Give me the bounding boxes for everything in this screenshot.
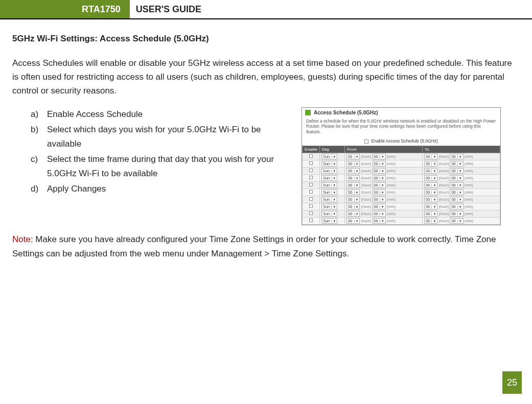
min-select[interactable]: 00▼ (450, 175, 463, 181)
min-select[interactable]: 00▼ (373, 182, 386, 188)
hour-select[interactable]: 00▼ (424, 189, 437, 195)
hour-select[interactable]: 00▼ (346, 204, 360, 209)
hour-label: (hour) (438, 154, 449, 159)
hour-select[interactable]: 00▼ (424, 175, 437, 181)
min-select[interactable]: 00▼ (450, 161, 463, 167)
chevron-down-icon: ▼ (380, 212, 384, 216)
min-label: (min) (465, 169, 473, 173)
hour-select[interactable]: 00▼ (424, 204, 437, 209)
row-from-cell: 00▼(hour)00▼(min) (345, 160, 423, 168)
row-enable-checkbox[interactable] (309, 204, 313, 208)
hour-label: (hour) (361, 183, 371, 187)
min-select[interactable]: 00▼ (450, 168, 463, 174)
day-select[interactable]: Sun▼ (321, 182, 337, 188)
chevron-down-icon: ▼ (354, 205, 359, 208)
hour-select[interactable]: 00▼ (346, 175, 360, 181)
row-to-cell: 00▼(hour)00▼(min) (423, 153, 500, 160)
row-from-cell: 00▼(hour)00▼(min) (345, 189, 423, 196)
day-select[interactable]: Sun▼ (321, 204, 337, 209)
hour-label: (hour) (438, 211, 449, 216)
note-label: Note: (12, 234, 33, 244)
row-from-cell: 00▼(hour)00▼(min) (345, 153, 423, 160)
row-day-cell: Sun▼ (319, 196, 344, 203)
day-select[interactable]: Sun▼ (321, 168, 337, 174)
chevron-down-icon: ▼ (380, 191, 384, 194)
chevron-down-icon: ▼ (380, 170, 384, 173)
min-select[interactable]: 00▼ (373, 154, 386, 159)
chevron-down-icon: ▼ (331, 162, 336, 165)
row-enable-checkbox[interactable] (309, 154, 313, 158)
min-select[interactable]: 00▼ (373, 175, 386, 181)
chevron-down-icon: ▼ (354, 220, 359, 223)
hour-select[interactable]: 00▼ (346, 189, 360, 195)
min-select[interactable]: 00▼ (373, 168, 386, 174)
min-select[interactable]: 00▼ (373, 189, 386, 195)
screenshot-title: Access Schedule (5.0GHz) (314, 110, 378, 115)
hour-select[interactable]: 00▼ (424, 211, 437, 217)
day-select[interactable]: Sun▼ (321, 197, 337, 202)
chevron-down-icon: ▼ (457, 170, 462, 173)
min-select[interactable]: 00▼ (450, 189, 463, 195)
hour-select[interactable]: 00▼ (424, 218, 437, 224)
hour-label: (hour) (361, 197, 371, 202)
chevron-down-icon: ▼ (431, 205, 436, 208)
min-select[interactable]: 00▼ (373, 211, 386, 217)
min-select[interactable]: 00▼ (373, 197, 386, 202)
row-enable-checkbox[interactable] (309, 169, 313, 172)
min-label: (min) (465, 154, 473, 159)
row-enable-checkbox[interactable] (309, 183, 313, 186)
hour-label: (hour) (361, 161, 371, 166)
row-from-cell: 00▼(hour)00▼(min) (345, 203, 423, 210)
min-select[interactable]: 00▼ (373, 218, 386, 224)
hour-select[interactable]: 00▼ (346, 197, 360, 202)
row-enable-checkbox[interactable] (309, 161, 313, 165)
hour-select[interactable]: 00▼ (424, 154, 437, 159)
hour-select[interactable]: 00▼ (346, 218, 360, 224)
hour-select[interactable]: 00▼ (424, 197, 437, 202)
min-select[interactable]: 00▼ (373, 161, 386, 167)
min-select[interactable]: 00▼ (450, 211, 463, 217)
row-enable-checkbox[interactable] (309, 197, 313, 201)
row-enable-cell (303, 210, 320, 218)
day-select[interactable]: Sun▼ (321, 218, 337, 224)
hour-select[interactable]: 00▼ (346, 182, 360, 188)
min-select[interactable]: 00▼ (450, 182, 463, 188)
min-select[interactable]: 00▼ (450, 204, 463, 209)
day-select[interactable]: Sun▼ (321, 161, 337, 167)
chevron-down-icon: ▼ (331, 191, 336, 194)
hour-select[interactable]: 00▼ (346, 211, 360, 217)
page-number-badge: 25 (502, 371, 522, 394)
day-select[interactable]: Sun▼ (321, 189, 337, 195)
enable-checkbox[interactable] (364, 139, 368, 144)
hour-label: (hour) (361, 219, 371, 223)
min-label: (min) (387, 154, 396, 159)
chevron-down-icon: ▼ (457, 205, 462, 208)
day-select[interactable]: Sun▼ (321, 154, 337, 159)
hour-select[interactable]: 00▼ (424, 168, 437, 174)
step-b: Select which days you wish for your 5.0G… (31, 123, 297, 151)
row-enable-checkbox[interactable] (309, 176, 313, 179)
chevron-down-icon: ▼ (354, 184, 359, 187)
min-select[interactable]: 00▼ (373, 204, 386, 209)
row-day-cell: Sun▼ (319, 218, 344, 225)
hour-select[interactable]: 00▼ (346, 154, 360, 159)
chevron-down-icon: ▼ (431, 220, 436, 223)
chevron-down-icon: ▼ (354, 191, 359, 194)
hour-select[interactable]: 00▼ (346, 161, 360, 167)
day-select[interactable]: Sun▼ (321, 175, 337, 181)
hour-label: (hour) (438, 190, 449, 195)
min-select[interactable]: 00▼ (450, 154, 463, 159)
hour-select[interactable]: 00▼ (424, 161, 437, 167)
row-enable-checkbox[interactable] (309, 219, 313, 222)
hour-select[interactable]: 00▼ (424, 182, 437, 188)
day-select[interactable]: Sun▼ (321, 211, 337, 217)
min-select[interactable]: 00▼ (450, 218, 463, 224)
row-enable-checkbox[interactable] (309, 190, 313, 194)
row-enable-checkbox[interactable] (309, 211, 313, 215)
hour-select[interactable]: 00▼ (346, 168, 360, 174)
page-content: 5GHz Wi-Fi Settings: Access Schedule (5.… (0, 19, 532, 260)
min-select[interactable]: 00▼ (450, 197, 463, 202)
min-label: (min) (387, 169, 396, 173)
col-from: From (345, 146, 423, 153)
note-text: Make sure you have already configured yo… (12, 234, 496, 258)
